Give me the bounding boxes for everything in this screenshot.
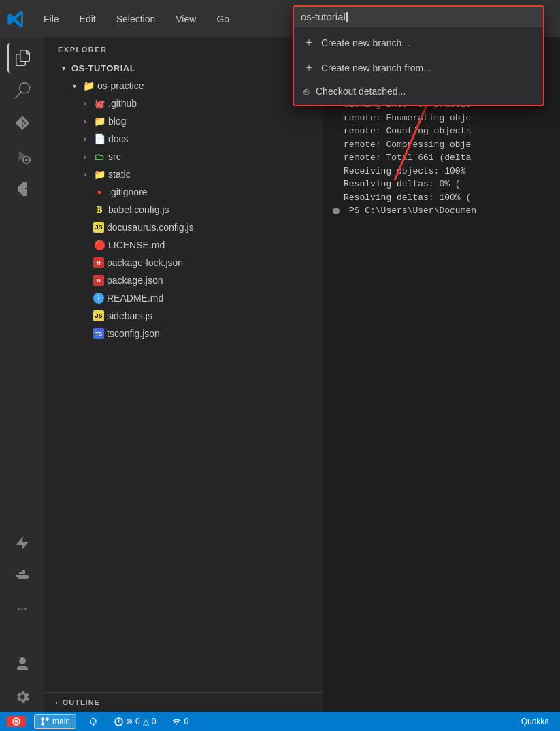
npm-icon-1: N xyxy=(93,257,104,268)
activity-lightning[interactable] xyxy=(7,528,37,558)
tree-item-sidebars[interactable]: › JS sidebars.js xyxy=(44,307,323,325)
command-input-value: os-tutorial xyxy=(301,11,346,22)
signal-count: 0 xyxy=(184,717,188,726)
explorer-header: EXPLORER xyxy=(44,37,323,59)
project-name: OS-TUTORIAL xyxy=(71,63,135,74)
title-bar: File Edit Selection View Go os-tutorial … xyxy=(0,0,560,37)
tree-item-packagejson[interactable]: › N package.json xyxy=(44,272,323,289)
branch-icon xyxy=(40,717,50,726)
command-input-row[interactable]: os-tutorial xyxy=(294,7,543,27)
activity-settings[interactable] xyxy=(7,682,37,712)
terminal-line-6: remote: Compressing obje xyxy=(333,138,550,152)
signal-icon xyxy=(172,717,181,726)
term-text-8: Receiving objects: 100% xyxy=(333,166,465,176)
tree-root[interactable]: ▾ OS-TUTORIAL xyxy=(44,59,323,77)
sync-icon xyxy=(88,717,98,726)
command-palette: os-tutorial ＋ Create new branch... ＋ Cre… xyxy=(293,5,544,106)
activity-search[interactable] xyxy=(7,76,37,105)
svg-rect-7 xyxy=(22,572,25,574)
checkout-detached-item[interactable]: ⎋ Checkout detached... xyxy=(294,80,543,102)
plus-icon-1: ＋ xyxy=(303,35,314,50)
tree-item-github[interactable]: › 🐙 .github xyxy=(44,95,323,112)
static-folder-icon: 📁 xyxy=(93,168,105,180)
error-count-val: 0 xyxy=(135,717,140,726)
term-text-5: remote: Counting objects xyxy=(333,126,471,136)
status-quokka[interactable]: Quokka xyxy=(517,715,553,728)
menu-view[interactable]: View xyxy=(171,11,200,27)
term-text-6: remote: Compressing obje xyxy=(333,140,471,150)
editor-area: PROBLEMS OUTPUT DEBUG CONSOLE PS C:\User… xyxy=(323,37,560,712)
tree-item-babel[interactable]: › 𝔹 babel.config.js xyxy=(44,201,323,218)
blog-label: blog xyxy=(108,116,126,127)
tree-item-docs[interactable]: › 📄 docs xyxy=(44,130,323,148)
activity-git[interactable] xyxy=(7,108,37,138)
activity-explorer[interactable] xyxy=(7,43,37,73)
main-area: ··· EXPLORER ▾ OS-TUTORIAL ▾ 📁 os-practi… xyxy=(0,37,560,712)
error-count: ⊗ xyxy=(126,717,133,726)
terminal-line-11: PS C:\Users\User\Documen xyxy=(333,204,550,218)
status-error-x[interactable] xyxy=(7,716,26,727)
chevron-right-icon-static: › xyxy=(80,169,90,180)
create-new-branch-from-label: Create new branch from... xyxy=(321,63,431,74)
js-icon-2: JS xyxy=(93,310,104,321)
tree-folder-ospractice[interactable]: ▾ 📁 os-practice xyxy=(44,77,323,95)
js-icon: JS xyxy=(93,222,104,233)
tree-item-blog[interactable]: › 📁 blog xyxy=(44,112,323,130)
github-folder-icon: 🐙 xyxy=(93,97,105,110)
chevron-right-icon-docs: › xyxy=(80,133,90,144)
packagejson-label: package.json xyxy=(107,275,163,286)
status-signal[interactable]: 0 xyxy=(168,715,193,728)
babel-icon: 𝔹 xyxy=(93,204,105,216)
activity-account[interactable] xyxy=(7,649,37,679)
github-label: .github xyxy=(108,98,137,109)
tree-item-gitignore[interactable]: › ● .gitignore xyxy=(44,183,323,201)
folder-name: os-practice xyxy=(97,80,144,91)
tree-item-static[interactable]: › 📁 static xyxy=(44,165,323,183)
terminal-line-4: remote: Enumerating obje xyxy=(333,112,550,125)
activity-extensions[interactable] xyxy=(7,174,37,204)
activity-docker[interactable] xyxy=(7,561,37,591)
babel-label: babel.config.js xyxy=(108,204,169,215)
tree-item-license[interactable]: › 🔴 LICENSE.md xyxy=(44,236,323,254)
quokka-label: Quokka xyxy=(521,717,549,726)
activity-bar: ··· xyxy=(0,37,44,712)
outline-section[interactable]: › OUTLINE xyxy=(44,692,323,712)
term-text-7: remote: Total 661 (delta xyxy=(333,152,471,163)
npm-icon-2: N xyxy=(93,275,104,286)
outline-label: OUTLINE xyxy=(63,698,100,706)
sidebar: EXPLORER ▾ OS-TUTORIAL ▾ 📁 os-practice ›… xyxy=(44,37,323,712)
detach-icon: ⎋ xyxy=(303,86,309,97)
create-new-branch-item[interactable]: ＋ Create new branch... xyxy=(294,30,543,55)
tree-item-readme[interactable]: › i README.md xyxy=(44,289,323,307)
terminal-content[interactable]: PS C:\Users\User\Documen ice.git Cloning… xyxy=(323,63,560,712)
menu-file[interactable]: File xyxy=(39,11,63,27)
activity-run[interactable] xyxy=(7,141,37,171)
warning-count-val: 0 xyxy=(152,717,157,726)
tree-item-packagelock[interactable]: › N package-lock.json xyxy=(44,254,323,272)
chevron-down-icon: ▾ xyxy=(58,63,69,74)
term-text-9: Resolving deltas: 0% ( xyxy=(333,179,461,189)
svg-rect-6 xyxy=(19,572,22,574)
term-text-4: remote: Enumerating obje xyxy=(333,113,471,123)
activity-more[interactable]: ··· xyxy=(7,594,37,623)
chevron-right-icon-src: › xyxy=(80,151,90,162)
tree-item-tsconfig[interactable]: › TS tsconfig.json xyxy=(44,325,323,342)
menu-edit[interactable]: Edit xyxy=(76,11,100,27)
status-sync[interactable] xyxy=(84,715,102,728)
file-tree: ▾ OS-TUTORIAL ▾ 📁 os-practice › 🐙 .githu… xyxy=(44,59,323,692)
create-new-branch-from-item[interactable]: ＋ Create new branch from... xyxy=(294,55,543,80)
menu-go[interactable]: Go xyxy=(212,11,233,27)
tree-item-docusaurus[interactable]: › JS docusaurus.config.js xyxy=(44,218,323,236)
menu-selection[interactable]: Selection xyxy=(112,11,160,27)
status-errors[interactable]: ⊗ 0 △ 0 xyxy=(110,715,160,728)
src-folder-icon: 🗁 xyxy=(93,150,105,163)
status-branch[interactable]: main xyxy=(34,714,76,729)
tree-item-src[interactable]: › 🗁 src xyxy=(44,148,323,165)
dropdown-items: ＋ Create new branch... ＋ Create new bran… xyxy=(294,27,543,105)
status-bar: main ⊗ 0 △ 0 0 Quokka xyxy=(0,712,560,731)
branch-name: main xyxy=(52,717,70,726)
terminal-line-5: remote: Counting objects xyxy=(333,125,550,138)
terminal-line-9: Resolving deltas: 0% ( xyxy=(333,178,550,191)
terminal-line-7: remote: Total 661 (delta xyxy=(333,151,550,165)
gitignore-icon: ● xyxy=(93,186,105,198)
